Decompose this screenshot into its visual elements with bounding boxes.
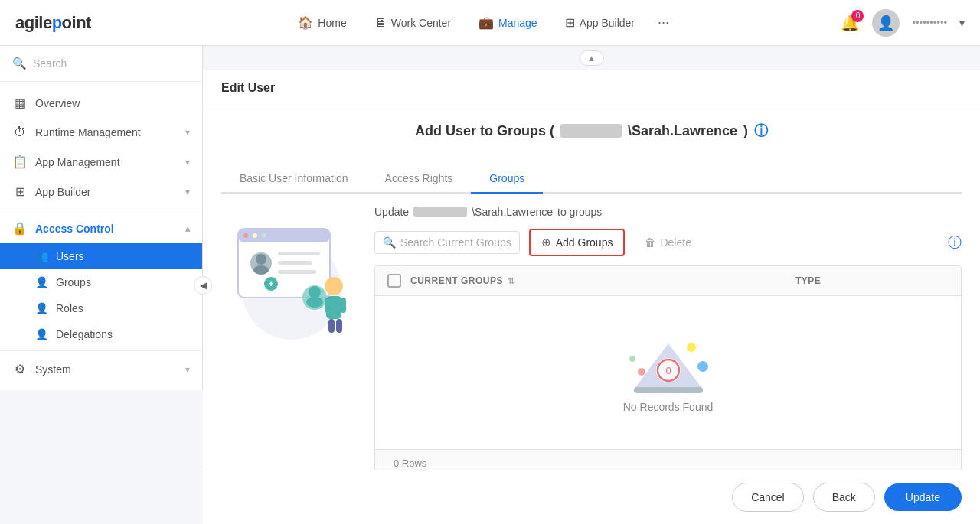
svg-rect-20 xyxy=(340,298,346,313)
sidebar-collapse-toggle[interactable]: ◀ xyxy=(194,276,212,295)
groups-section: + xyxy=(203,194,980,470)
sidebar-item-users[interactable]: 👥 Users xyxy=(0,243,202,269)
nav-right: 🔔 0 👤 •••••••••• ▾ xyxy=(841,9,965,37)
table-body: 0 No Records Found xyxy=(375,296,961,449)
panel-username-suffix: \Sarah.Lawrence xyxy=(628,123,737,139)
svg-rect-9 xyxy=(278,252,320,255)
workcenter-icon: 🖥 xyxy=(374,16,387,30)
search-groups-input[interactable]: 🔍 Search Current Groups xyxy=(374,231,520,254)
user-avatar[interactable]: 👤 xyxy=(872,9,900,37)
page-title: Edit User xyxy=(221,81,275,95)
nav-items: 🏠 Home 🖥 Work Center 💼 Manage ⊞ App Buil… xyxy=(122,9,841,36)
sidebar-item-delegations[interactable]: 👤 Delegations xyxy=(0,321,202,347)
svg-point-16 xyxy=(306,297,323,308)
sidebar-divider xyxy=(0,210,202,210)
nav-appbuilder-label: App Builder xyxy=(580,17,635,29)
panel-title-text: Add User to Groups ( xyxy=(415,123,554,139)
panel-info-icon[interactable]: ⓘ xyxy=(754,122,768,140)
sidebar-item-system[interactable]: ⚙ System ▾ xyxy=(0,354,202,384)
delete-label: Delete xyxy=(660,236,691,249)
update-button[interactable]: Update xyxy=(884,483,962,511)
update-username-blur xyxy=(413,207,467,217)
sidebar-item-runtime[interactable]: ⏱ Runtime Management ▾ xyxy=(0,118,202,147)
back-button[interactable]: Back xyxy=(813,483,875,512)
svg-point-25 xyxy=(687,343,696,352)
svg-point-15 xyxy=(309,286,321,298)
svg-rect-24 xyxy=(634,387,703,393)
sort-icon[interactable]: ⇅ xyxy=(508,276,515,286)
nav-appbuilder[interactable]: ⊞ App Builder xyxy=(554,9,645,36)
current-groups-header: CURRENT GROUPS ⇅ xyxy=(410,275,786,286)
toolbar-info-icon[interactable]: ⓘ xyxy=(948,233,962,252)
nav-home-label: Home xyxy=(318,17,346,29)
svg-text:+: + xyxy=(268,278,273,289)
nav-more-button[interactable]: ··· xyxy=(652,11,675,34)
panel-title: Add User to Groups ( \Sarah.Lawrence ) ⓘ xyxy=(221,122,962,140)
svg-point-7 xyxy=(256,254,266,265)
tab-basic[interactable]: Basic User Information xyxy=(221,164,367,194)
sidebar-item-appmanagement[interactable]: 📋 App Management ▾ xyxy=(0,147,202,177)
row-count: 0 Rows xyxy=(375,449,961,470)
sidebar-roles-label: Roles xyxy=(56,302,83,314)
svg-point-5 xyxy=(262,233,266,238)
search-groups-placeholder: Search Current Groups xyxy=(400,236,511,249)
empty-state-illustration: 0 xyxy=(626,332,710,401)
overview-icon: ▦ xyxy=(12,96,28,110)
svg-point-8 xyxy=(253,265,269,275)
cancel-button[interactable]: Cancel xyxy=(732,483,804,512)
search-placeholder: Search xyxy=(33,57,67,70)
top-nav: agilepoint 🏠 Home 🖥 Work Center 💼 Manage… xyxy=(0,0,980,46)
collapse-arrow-button[interactable]: ▲ xyxy=(580,50,604,66)
sidebar-runtime-label: Runtime Management xyxy=(35,126,178,138)
sidebar-item-appbuilder[interactable]: ⊞ App Builder ▾ xyxy=(0,177,202,207)
logo-text: agilepoint xyxy=(15,13,91,33)
nav-manage[interactable]: 💼 Manage xyxy=(468,9,548,36)
sidebar-item-groups[interactable]: 👤 Groups xyxy=(0,269,202,295)
notification-button[interactable]: 🔔 0 xyxy=(841,14,860,32)
select-all-checkbox[interactable] xyxy=(387,274,401,288)
notification-badge: 0 xyxy=(851,10,864,22)
type-header: TYPE xyxy=(795,275,949,286)
runtime-icon: ⏱ xyxy=(12,125,28,139)
tab-groups[interactable]: Groups xyxy=(471,164,543,194)
nav-home[interactable]: 🏠 Home xyxy=(287,9,357,36)
page-header: Edit User xyxy=(203,70,980,106)
nav-manage-label: Manage xyxy=(498,17,537,29)
sidebar-appbuilder-icon: ⊞ xyxy=(12,184,28,199)
sidebar-search[interactable]: 🔍 Search xyxy=(0,46,202,82)
appmanagement-chevron: ▾ xyxy=(185,157,190,168)
svg-point-4 xyxy=(253,233,257,238)
sidebar-system-label: System xyxy=(35,363,178,376)
sidebar-item-roles[interactable]: 👤 Roles xyxy=(0,295,202,321)
appmanagement-icon: 📋 xyxy=(12,155,28,169)
svg-rect-21 xyxy=(328,319,335,333)
sidebar: 🔍 Search ▦ Overview ⏱ Runtime Management… xyxy=(0,46,203,390)
footer-actions: Cancel Back Update xyxy=(203,470,980,524)
sidebar-item-overview[interactable]: ▦ Overview xyxy=(0,88,202,118)
svg-point-27 xyxy=(697,361,708,372)
sidebar-overview-label: Overview xyxy=(35,97,190,109)
illustration-area: + xyxy=(203,194,356,346)
system-icon: ⚙ xyxy=(12,362,28,376)
update-username-suffix: \Sarah.Lawrence xyxy=(472,206,553,218)
delete-icon: 🗑 xyxy=(645,236,655,249)
logo[interactable]: agilepoint xyxy=(15,13,91,33)
collapse-bar: ▲ xyxy=(203,46,980,70)
add-groups-label: Add Groups xyxy=(556,236,613,249)
svg-point-17 xyxy=(325,277,343,295)
accesscontrol-icon: 🔒 xyxy=(12,221,28,236)
tab-access[interactable]: Access Rights xyxy=(367,164,472,194)
user-name-nav: •••••••••• xyxy=(912,17,947,28)
search-icon: 🔍 xyxy=(12,57,27,70)
illustration-svg: + xyxy=(215,206,368,343)
user-menu-chevron[interactable]: ▾ xyxy=(959,17,965,29)
add-groups-button[interactable]: ⊕ Add Groups xyxy=(529,229,626,256)
accesscontrol-chevron: ▴ xyxy=(185,223,190,234)
groups-table: CURRENT GROUPS ⇅ TYPE xyxy=(374,265,962,470)
nav-workcenter[interactable]: 🖥 Work Center xyxy=(364,10,462,36)
sidebar-item-accesscontrol[interactable]: 🔒 Access Control ▴ xyxy=(0,213,202,243)
sidebar-appbuilder-label: App Builder xyxy=(35,186,178,198)
home-icon: 🏠 xyxy=(298,15,313,30)
delete-button[interactable]: 🗑 Delete xyxy=(634,231,701,254)
update-suffix: to groups xyxy=(557,206,602,218)
